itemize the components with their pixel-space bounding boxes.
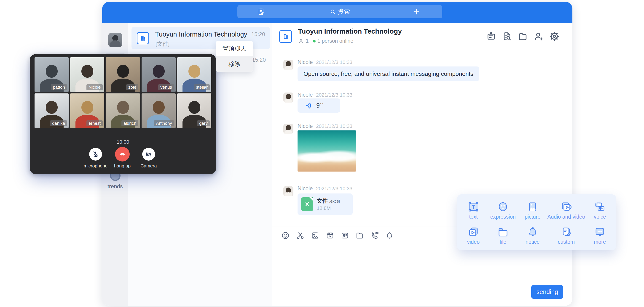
participant-name: aldrich: [122, 120, 138, 126]
panel-item-label: picture: [524, 214, 540, 220]
my-avatar[interactable]: [108, 33, 122, 47]
audio-video-icon: [560, 201, 572, 213]
video-tile[interactable]: Nicole: [70, 57, 104, 92]
video-tile[interactable]: zoie: [106, 57, 140, 92]
notice-bell-icon[interactable]: [385, 231, 394, 240]
participant-name: zoie: [126, 84, 138, 90]
panel-item-audio-video[interactable]: Audio and video: [548, 198, 585, 223]
trends-label: trends: [102, 183, 128, 190]
group-avatar: [137, 32, 149, 44]
building-icon: [139, 34, 146, 42]
sender-avatar[interactable]: [283, 92, 294, 103]
text-message-bubble[interactable]: Open source, free, and universal instant…: [298, 66, 479, 81]
call-timer: 10:00: [30, 139, 216, 145]
video-call-icon[interactable]: [370, 231, 379, 240]
video-icon: [467, 226, 480, 238]
panel-item-custom[interactable]: custom: [548, 223, 585, 248]
composer-toolbar: [281, 231, 394, 240]
video-tile[interactable]: danika: [34, 93, 68, 128]
search-bar[interactable]: 搜索: [238, 5, 442, 18]
message-meta: Nicole 2021/12/3 10:33: [298, 185, 352, 192]
chat-main: Tuoyun Information Technology 1 1 person…: [272, 23, 572, 306]
video-tile[interactable]: Anthony: [142, 93, 176, 128]
files-icon[interactable]: [518, 31, 528, 41]
panel-item-label: text: [469, 214, 478, 220]
hang-up-button[interactable]: [115, 147, 130, 162]
voice-message-bubble[interactable]: 9``: [298, 98, 340, 113]
video-clapper-icon[interactable]: [326, 231, 334, 240]
message-type-panel: text expression picture: [457, 194, 616, 250]
conversation-title: Tuoyun Information Technology: [155, 31, 247, 38]
panel-item-voice[interactable]: voice: [585, 198, 615, 223]
send-button[interactable]: sending: [531, 285, 563, 299]
participant-name: Nicole: [86, 84, 103, 90]
plus-icon[interactable]: [412, 8, 420, 15]
video-tile[interactable]: ernest: [70, 93, 104, 128]
top-bar: 搜索: [102, 2, 572, 23]
search-icon: [330, 8, 336, 15]
screenshot-scissors-icon[interactable]: [296, 231, 304, 240]
chat-history-search-icon[interactable]: [502, 31, 512, 41]
notice-bell-icon: [526, 226, 539, 238]
camera-toggle-button[interactable]: [142, 148, 155, 161]
settings-gear-icon[interactable]: [549, 31, 560, 41]
page: { "colors": { "topbar_blue": "#2277ec", …: [0, 0, 644, 307]
video-tile[interactable]: patton: [34, 57, 68, 92]
file-message-card[interactable]: 文件 .excel 12.8M: [298, 194, 353, 215]
online-dot-icon: [313, 40, 316, 42]
sender-avatar[interactable]: [283, 124, 294, 134]
more-bubble-icon: [594, 226, 606, 238]
menu-item-remove[interactable]: 移除: [216, 56, 253, 72]
conversation-time: 15:20: [251, 31, 265, 37]
panel-item-label: notice: [526, 239, 540, 245]
emoji-icon[interactable]: [281, 231, 290, 240]
camera-label: Camera: [133, 163, 165, 169]
video-tile[interactable]: gary: [177, 93, 211, 128]
video-tile[interactable]: stellar: [177, 57, 211, 92]
image-message-beach[interactable]: [298, 130, 356, 172]
menu-item-pin-chat[interactable]: 置顶聊天: [216, 41, 253, 56]
expression-icon: [497, 201, 509, 213]
video-call-window: patton Nicole zoie venus stellar danika …: [30, 54, 216, 174]
panel-item-text[interactable]: text: [458, 198, 488, 223]
panel-item-label: expression: [490, 214, 516, 220]
video-tile[interactable]: venus: [142, 57, 176, 92]
participant-name: stellar: [194, 84, 210, 90]
panel-item-expression[interactable]: expression: [488, 198, 518, 223]
folder-icon[interactable]: [356, 231, 364, 240]
message-meta: Nicole 2021/12/3 10:33: [298, 59, 352, 65]
image-icon[interactable]: [311, 231, 320, 240]
chat-title: Tuoyun Information Technology: [298, 27, 402, 35]
add-member-icon[interactable]: [533, 31, 544, 41]
sender-avatar[interactable]: [283, 186, 294, 196]
search-placeholder: 搜索: [338, 7, 350, 16]
conversation-time: 15:20: [252, 57, 266, 63]
microphone-toggle-button[interactable]: [89, 148, 102, 161]
text-tool-icon: [467, 201, 480, 213]
participant-name: venus: [158, 84, 174, 90]
participant-name: patton: [51, 84, 67, 90]
panel-item-picture[interactable]: picture: [518, 198, 548, 223]
sender-name: Nicole: [298, 185, 313, 192]
search-area[interactable]: 搜索: [238, 5, 442, 18]
contact-card-icon[interactable]: [340, 231, 349, 240]
message-time: 2021/12/3 10:33: [316, 59, 352, 65]
panel-item-label: file: [500, 239, 506, 245]
group-avatar: [279, 30, 292, 43]
voice-wave-icon: [305, 102, 313, 109]
message-meta: Nicole 2021/12/3 10:33: [298, 123, 352, 129]
file-extension: .excel: [329, 199, 340, 204]
chat-header-actions: [486, 31, 560, 41]
panel-item-label: custom: [558, 239, 575, 245]
panel-item-file[interactable]: file: [488, 223, 518, 248]
panel-item-more[interactable]: more: [585, 223, 615, 248]
panel-item-label: more: [594, 239, 606, 245]
announcement-icon[interactable]: [486, 31, 496, 41]
panel-item-notice[interactable]: notice: [518, 223, 548, 248]
panel-item-video[interactable]: video: [458, 223, 488, 248]
online-status: 1 person online: [318, 38, 353, 44]
sender-avatar[interactable]: [283, 60, 294, 70]
member-count: 1: [306, 38, 309, 44]
video-tile[interactable]: aldrich: [106, 93, 140, 128]
message-meta: Nicole 2021/12/3 10:33: [298, 92, 352, 98]
